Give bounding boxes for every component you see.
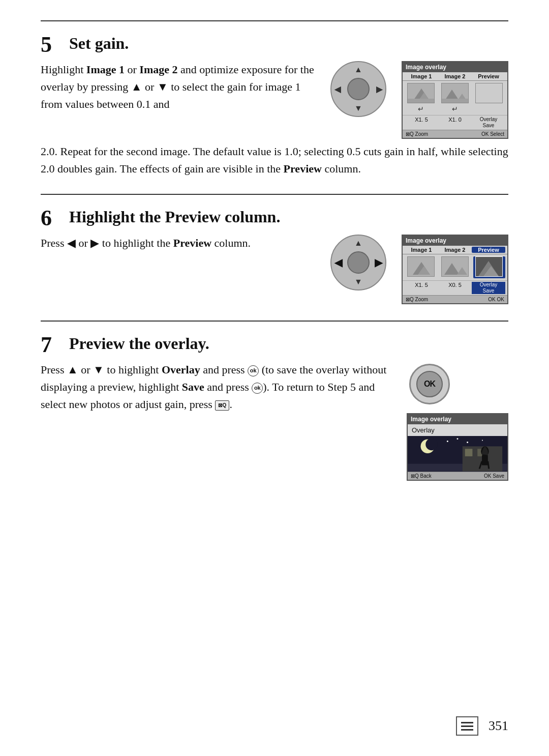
step6-img-cell1 bbox=[405, 256, 437, 278]
step7-ok-button-outer: OK bbox=[409, 364, 450, 404]
step6-img-cell2 bbox=[439, 256, 471, 278]
svg-point-24 bbox=[482, 440, 483, 441]
step7-ok-button-wrap: OK bbox=[407, 361, 452, 407]
step-5-screen: Image overlay Image 1 Image 2 Preview bbox=[402, 61, 508, 139]
svg-rect-7 bbox=[442, 99, 469, 103]
step5-footer: ⊠Q Zoom OK Select bbox=[403, 130, 507, 138]
svg-rect-8 bbox=[476, 83, 503, 103]
step5-footer-left: ⊠Q Zoom bbox=[406, 131, 428, 137]
step-6-title: Highlight the Preview column. bbox=[69, 207, 280, 226]
dpad-down-arrow: ▼ bbox=[354, 104, 362, 113]
step6-preview-bold: Preview bbox=[173, 237, 211, 249]
step-5-header: 5 Set gain. bbox=[41, 34, 508, 56]
image2-label: Image 2 bbox=[139, 63, 177, 76]
svg-point-22 bbox=[457, 438, 459, 440]
menu-line-2 bbox=[461, 725, 473, 727]
step6-thumb1 bbox=[407, 256, 435, 277]
step5-img-cell2: ↵ bbox=[439, 83, 471, 113]
step-6-text: Press ◀ or ▶ to highlight the Preview co… bbox=[41, 235, 315, 252]
step-6-content: Press ◀ or ▶ to highlight the Preview co… bbox=[41, 235, 508, 304]
step6-to-highlight: to highlight the bbox=[102, 237, 170, 249]
page-number: 351 bbox=[489, 718, 508, 734]
step6-dpad-inner bbox=[347, 251, 370, 274]
step7-overlay-screen: Image overlay Overlay bbox=[407, 413, 508, 481]
svg-point-21 bbox=[447, 441, 448, 442]
step5-img-cell1: ↵ bbox=[405, 83, 437, 113]
step6-footer: ⊠Q Zoom OK OK bbox=[403, 295, 507, 303]
step5-thumb3 bbox=[475, 83, 503, 103]
dpad-left-arrow: ◀ bbox=[334, 84, 341, 94]
menu-line-3 bbox=[461, 729, 473, 731]
step-5-fulltext: 2.0. Repeat for the second image. The de… bbox=[41, 143, 508, 178]
step5-col2: Image 2 bbox=[438, 73, 472, 79]
step-7-right: OK Image overlay Overlay bbox=[407, 361, 508, 481]
step6-press-label: Press bbox=[41, 237, 64, 249]
step5-camera-screen: Image overlay Image 1 Image 2 Preview bbox=[402, 61, 508, 139]
step-5-text: Highlight Image 1 or Image 2 and optimiz… bbox=[41, 61, 315, 113]
step6-col2: Image 2 bbox=[438, 247, 472, 253]
step7-screen-overlay-row: Overlay bbox=[408, 424, 507, 436]
step7-save-bold: Save bbox=[182, 381, 204, 393]
step6-dpad-icon: ▲ ▼ ◀ ▶ bbox=[330, 235, 386, 290]
step6-camera-screen: Image overlay Image 1 Image 2 Preview bbox=[402, 235, 508, 304]
step5-images-row: ↵ ↵ bbox=[403, 81, 507, 115]
dpad-icon: ▲ ▼ ◀ ▶ bbox=[330, 61, 386, 117]
step6-dpad-down: ▼ bbox=[354, 277, 362, 286]
step7-screen-image bbox=[408, 436, 507, 472]
step6-dpad-right: ▶ bbox=[375, 256, 382, 269]
step7-footer-right: OK Save bbox=[484, 473, 504, 479]
step6-col3: Preview bbox=[472, 247, 505, 253]
step5-check2: ↵ bbox=[439, 105, 471, 113]
step5-screen-title: Image overlay bbox=[403, 62, 507, 72]
step6-footer-right: OK OK bbox=[488, 297, 504, 302]
step7-ok-circle2: ok bbox=[252, 383, 263, 394]
step7-return-text: To return to Step 5 bbox=[272, 381, 356, 393]
step5-img-cell3 bbox=[473, 83, 505, 113]
svg-rect-27 bbox=[465, 449, 473, 456]
svg-point-20 bbox=[425, 439, 438, 451]
dpad-inner-circle bbox=[347, 78, 370, 100]
step-5-dpad: ▲ ▼ ◀ ▶ bbox=[330, 61, 386, 117]
step6-screen-title: Image overlay bbox=[403, 236, 507, 246]
step5-thumb1 bbox=[407, 83, 435, 103]
step5-col3: Preview bbox=[472, 73, 505, 79]
step5-values-row: X1. 5 X1. 0 OverlaySave bbox=[403, 115, 507, 130]
step6-val1: X1. 5 bbox=[405, 282, 438, 294]
step6-footer-left: ⊠Q Zoom bbox=[406, 297, 428, 302]
step-5-number: 5 bbox=[41, 34, 61, 56]
step-5-content: Highlight Image 1 or Image 2 and optimiz… bbox=[41, 61, 508, 139]
step6-values-row: X1. 5 X0. 5 OverlaySave bbox=[403, 280, 507, 295]
step6-img-cell3 bbox=[473, 256, 505, 278]
step5-col1: Image 1 bbox=[405, 73, 438, 79]
step5-thumb2 bbox=[441, 83, 469, 103]
step6-dpad-left: ◀ bbox=[334, 256, 342, 269]
step7-screen-footer: ⊠Q Back OK Save bbox=[408, 472, 507, 480]
step6-thumb2 bbox=[441, 256, 469, 277]
step5-val1: X1. 5 bbox=[405, 117, 438, 129]
step-6-screen: Image overlay Image 1 Image 2 Preview bbox=[402, 235, 508, 304]
dpad-up-arrow: ▲ bbox=[354, 65, 362, 74]
step7-screen-title: Image overlay bbox=[408, 414, 507, 424]
page-footer: 351 bbox=[456, 716, 508, 736]
step-7-text: Press ▲ or ▼ to highlight Overlay and pr… bbox=[41, 361, 391, 481]
menu-icon bbox=[456, 716, 478, 736]
step-6-header: 6 Highlight the Preview column. bbox=[41, 207, 508, 229]
step6-dpad-up: ▲ bbox=[354, 239, 362, 248]
step6-col-headers: Image 1 Image 2 Preview bbox=[403, 246, 507, 254]
step6-column-label: column. bbox=[215, 237, 251, 249]
menu-lines bbox=[461, 722, 473, 731]
image1-label: Image 1 bbox=[86, 63, 125, 76]
step5-val2: X1. 0 bbox=[438, 117, 472, 129]
step-6-section: 6 Highlight the Preview column. Press ◀ … bbox=[41, 194, 508, 304]
step6-val3: OverlaySave bbox=[472, 282, 505, 294]
step6-or-label: or bbox=[78, 237, 87, 249]
step7-overlay-bold: Overlay bbox=[162, 363, 200, 376]
svg-rect-30 bbox=[482, 455, 488, 466]
svg-line-32 bbox=[488, 461, 489, 469]
step-7-section: 7 Preview the overlay. Press ▲ or ▼ to h… bbox=[41, 321, 508, 481]
step7-ok-label: OK bbox=[424, 380, 435, 389]
step-5-title: Set gain. bbox=[69, 34, 129, 53]
svg-point-23 bbox=[467, 442, 468, 443]
step-5-section: 5 Set gain. Highlight Image 1 or Image 2… bbox=[41, 20, 508, 178]
step-6-dpad: ▲ ▼ ◀ ▶ bbox=[330, 235, 386, 290]
